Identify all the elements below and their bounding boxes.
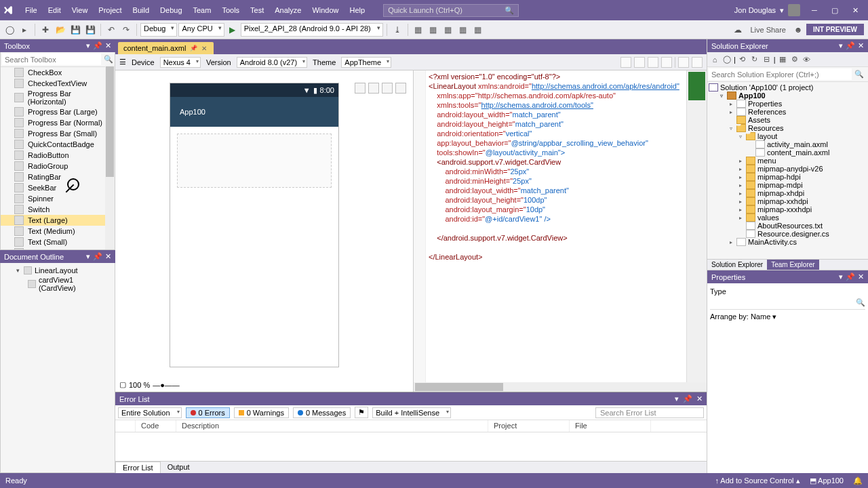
tool-item[interactable]: QuickContactBadge [1,139,115,150]
expander-icon[interactable]: ▸ [737,215,744,221]
menu-view[interactable]: View [67,3,93,17]
menu-edit[interactable]: Edit [43,3,66,17]
filter-icon[interactable]: ⚑ [355,407,368,418]
save-all-icon[interactable]: 💾 [83,23,97,37]
se-dropdown-icon[interactable]: ▾ [839,41,843,50]
expander-icon[interactable]: ▸ [728,101,734,107]
designer-ic3[interactable] [648,57,658,68]
designer-ic5[interactable] [678,57,689,68]
tool-item[interactable]: Spinner [1,193,115,204]
designer-ic4[interactable] [661,57,672,68]
platform-combo[interactable]: Any CPU [178,23,224,37]
expander-icon[interactable]: ▿ [718,93,725,99]
se-item[interactable]: content_main.axml [707,148,868,157]
forward-icon[interactable]: ▸ [18,23,31,37]
save-icon[interactable]: 💾 [68,23,82,37]
menu-test[interactable]: Test [245,3,269,17]
menu-project[interactable]: Project [94,3,126,17]
toolbox-close-icon[interactable]: ✕ [105,41,111,50]
start-debug-icon[interactable]: ▶ [226,23,239,37]
outline-pin-icon[interactable]: 📌 [93,252,102,261]
design-ic1[interactable] [355,83,366,94]
tool-item[interactable]: Progress Bar (Small) [1,128,115,139]
tool-item[interactable]: Text (Large) [1,215,115,226]
tb-ic1[interactable]: ▦ [412,23,425,37]
se-search-input[interactable] [709,68,852,80]
menu-help[interactable]: Help [345,3,370,17]
theme-combo[interactable]: AppTheme [341,57,391,68]
se-refresh-icon[interactable]: ↻ [749,54,760,65]
expander-icon[interactable]: ▸ [737,182,744,188]
menu-team[interactable]: Team [189,3,216,17]
tool-item[interactable]: Progress Bar (Large) [1,106,115,117]
outline-dropdown-icon[interactable]: ▾ [86,252,90,261]
open-icon[interactable]: 📂 [54,23,67,37]
tool-item[interactable]: CheckedTextView [1,78,115,89]
user-account[interactable]: Jon Douglas ▾ [730,4,804,16]
errorlist-search[interactable]: Search Error List [595,407,704,418]
design-ic3[interactable] [382,83,393,94]
design-ic4[interactable] [395,83,406,94]
outline-close-icon[interactable]: ✕ [105,252,111,261]
se-item[interactable]: ▸mipmap-xxxhdpi [707,205,868,214]
col-header[interactable]: Project [488,420,570,432]
design-ic2[interactable] [368,83,379,94]
expander-icon[interactable]: ▾ [14,267,21,274]
errors-filter[interactable]: 0 Errors [186,407,230,418]
se-item[interactable]: Resource.designer.cs [707,230,868,238]
designer-ic2[interactable] [634,57,645,68]
se-pin-icon[interactable]: 📌 [846,41,855,50]
se-collapse-icon[interactable]: ⊟ [762,54,772,65]
status-project[interactable]: ⬒ App100 [810,476,844,485]
tab-solution-explorer[interactable]: Solution Explorer [707,260,767,270]
new-icon[interactable]: ✚ [39,23,52,37]
toolbox-scrollbar[interactable] [105,66,115,249]
expander-icon[interactable]: ▿ [737,134,744,140]
se-back-icon[interactable]: ◯ [722,54,732,65]
code-minimap[interactable] [686,70,707,382]
add-source-control[interactable]: ↑ Add to Source Control ▴ [715,476,800,485]
se-item[interactable]: ▸mipmap-xxhdpi [707,197,868,205]
tool-item[interactable]: Progress Bar (Normal) [1,117,115,128]
se-item[interactable]: ▿Resources [707,124,868,132]
se-item[interactable]: ▸mipmap-xhdpi [707,189,868,197]
expander-icon[interactable]: ▸ [737,190,744,197]
outline-root[interactable]: ▾ LinearLayout [3,266,112,275]
tab-pin-icon[interactable]: 📌 [190,45,197,52]
configuration-combo[interactable]: Debug [140,23,177,37]
live-share-icon[interactable]: ☁ [731,23,745,37]
se-props-icon[interactable]: ⚙ [789,54,800,65]
menu-window[interactable]: Window [307,3,343,17]
designer-ic6[interactable] [692,57,703,68]
designer-ic1[interactable] [620,57,631,68]
se-item[interactable]: ▸mipmap-anydpi-v26 [707,165,868,173]
col-header[interactable] [115,420,136,432]
undo-icon[interactable]: ↶ [104,23,118,37]
warnings-filter[interactable]: 0 Warnings [234,407,289,418]
tool-item[interactable]: TextView [1,247,115,250]
menu-analyze[interactable]: Analyze [270,3,306,17]
tool-item[interactable]: Progress Bar (Horizontal) [1,89,115,106]
feedback-icon[interactable]: ☻ [791,23,805,37]
toolbox-pin-icon[interactable]: 📌 [93,41,102,50]
tool-item[interactable]: RadioButton [1,150,115,161]
tool-item[interactable]: Switch [1,204,115,215]
back-icon[interactable]: ◯ [3,23,16,37]
se-item[interactable]: ▿layout [707,132,868,140]
props-dropdown-icon[interactable]: ▾ [839,272,843,281]
step-icon[interactable]: ⤓ [391,23,404,37]
se-item[interactable]: AboutResources.txt [707,222,868,230]
se-item[interactable]: ▸References [707,108,868,116]
se-item[interactable]: ▸values [707,214,868,222]
col-header[interactable]: File [570,420,651,432]
tool-item[interactable]: SeekBar [1,182,115,193]
se-item[interactable]: ▸Properties [707,100,868,108]
se-item[interactable]: ▸MainActivity.cs [707,238,868,246]
properties-search[interactable] [710,298,856,309]
device-combo[interactable]: Nexus 4 [160,57,201,68]
expander-icon[interactable]: ▸ [728,109,734,115]
toolbox-dropdown-icon[interactable]: ▾ [86,41,90,50]
tab-team-explorer[interactable]: Team Explorer [767,260,818,270]
minimize-button[interactable]: ─ [804,3,825,18]
tool-item[interactable]: RadioGroup [1,161,115,171]
